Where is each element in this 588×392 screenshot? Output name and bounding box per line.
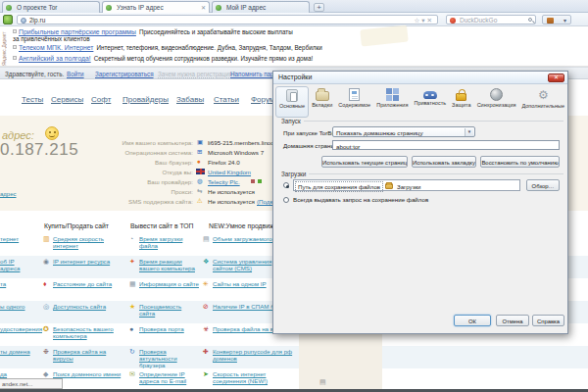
service-link[interactable]: Конвертер punycode для рф доменов	[213, 348, 293, 362]
service-link[interactable]: Информация о сайте	[139, 280, 199, 287]
table-row: ты домена ❉Проверка сайта на вирусы ↻Про…	[0, 346, 588, 368]
category-privacy[interactable]: Приватность	[411, 86, 449, 118]
save-path-radio-label[interactable]: Путь для сохранения файлов	[295, 181, 383, 192]
category-security[interactable]: Защита	[449, 86, 474, 118]
service-link[interactable]: Определение IP адреса по E-mail	[139, 370, 199, 384]
category-applications[interactable]: Приложения	[373, 86, 411, 118]
search-input[interactable]: DuckDuckGo	[446, 15, 536, 24]
service-link[interactable]: Скорость интернет соединения (NEW!)	[213, 370, 293, 384]
service-link-fragment[interactable]: удостоверения	[0, 325, 35, 332]
tab-bar: О проекте Tor Узнать IP адрес ✕ Мой IP а…	[0, 0, 588, 13]
warning-icon: ⚠	[197, 197, 203, 205]
uk-flag-icon	[196, 169, 205, 174]
nav-item-stati[interactable]: Статьи	[214, 95, 239, 104]
tab-uznat-ip-adres[interactable]: Узнать IP адрес ✕	[102, 1, 210, 13]
country-link[interactable]: United Kingdom	[208, 169, 251, 175]
use-current-pages-button[interactable]: Использовать текущие страницы	[321, 156, 408, 168]
dialog-titlebar[interactable]: Настройки ✕	[273, 72, 567, 84]
service-link[interactable]: Посещаемость сайта	[139, 303, 199, 317]
service-link-fragment[interactable]: та	[0, 280, 35, 287]
service-link-fragment[interactable]: тернет	[0, 235, 35, 242]
service-link-fragment[interactable]: ты домена	[0, 348, 35, 355]
service-link[interactable]: Средняя скорость интернет	[53, 235, 125, 249]
ad-title-link[interactable]: Телеком МПК. Интернет	[19, 44, 93, 51]
startup-mode-select[interactable]: Показать домашнюю страницу	[332, 126, 475, 137]
service-link-fragment[interactable]: да	[0, 370, 35, 377]
stop-icon[interactable]: ✕	[427, 17, 434, 24]
restore-default-button[interactable]: Восстановить по умолчанию	[480, 156, 560, 168]
url-bar[interactable]: 2ip.ru ☆▾✕	[17, 15, 438, 24]
signal-bars-icon[interactable]	[258, 179, 262, 183]
service-link[interactable]: Расстояние до сайта	[53, 280, 125, 287]
domain-search-icon: ◆	[43, 370, 48, 377]
ad-checkbox-icon[interactable]	[13, 29, 17, 33]
service-link[interactable]: Поиск доменного имени	[53, 370, 125, 377]
service-link[interactable]: Проверка сайта на вирусы	[53, 348, 125, 362]
table-mini-icon: ▤	[319, 378, 326, 386]
tab-about-tor[interactable]: О проекте Tor	[2, 1, 100, 13]
list-icon	[547, 18, 554, 24]
always-ask-label[interactable]: Всегда выдавать запрос на сохранение фай…	[293, 196, 428, 203]
ad-title-link[interactable]: Английский за полгода!	[19, 55, 91, 62]
nav-item-provaydery[interactable]: Провайдеры	[122, 95, 169, 104]
ad-watermark	[360, 25, 409, 47]
login-link[interactable]: Войти	[67, 71, 84, 77]
ad-checkbox-icon[interactable]	[13, 45, 17, 49]
service-link[interactable]: Проверка порта	[139, 325, 199, 332]
nav-item-zabavy[interactable]: Забавы	[176, 95, 204, 104]
browser-window: О проекте Tor Узнать IP адрес ✕ Мой IP а…	[0, 0, 588, 392]
url-text: 2ip.ru	[29, 17, 45, 24]
nav-item-forum[interactable]: Форум	[251, 95, 274, 104]
promo-buy-sell-link[interactable]: Купить/Продать сайт	[44, 222, 109, 229]
promo-top-link[interactable]: Вывести сайт в ТОП	[130, 222, 193, 229]
settings-dialog: Настройки ✕ Основные Вкладки Содержимое …	[272, 71, 568, 334]
bookmarks-panel-button[interactable]: ▾	[542, 15, 571, 24]
category-tabs[interactable]: Вкладки	[309, 86, 335, 118]
category-general[interactable]: Основные	[275, 86, 309, 118]
category-sync[interactable]: Синхронизация	[474, 86, 519, 118]
applications-icon	[386, 88, 399, 101]
sync-sphere-icon	[490, 88, 503, 101]
greeting-text: Здравствуйте, гость.	[5, 71, 64, 77]
provider-link[interactable]: Telecity Plc.	[208, 178, 240, 185]
email-ip-icon: ✉	[129, 370, 135, 377]
printer-icon[interactable]	[251, 179, 255, 183]
ok-button[interactable]: ОК	[454, 315, 491, 326]
category-content[interactable]: Содержимое	[335, 86, 373, 118]
ad-source-label: Яндекс.Директ	[1, 28, 7, 66]
service-link[interactable]: IP интернет ресурса	[53, 258, 125, 265]
service-link[interactable]: Безопасность вашего компьютера	[53, 325, 125, 339]
browse-button[interactable]: Обзор…	[526, 179, 560, 191]
register-link[interactable]: Зарегистрироваться	[95, 71, 154, 77]
service-link-fragment[interactable]: об IP адреса	[0, 258, 35, 271]
cancel-button[interactable]: Отмена	[496, 315, 529, 326]
close-icon[interactable]: ✕	[548, 74, 564, 82]
save-path-value: Загрузки	[397, 183, 421, 190]
homepage-input[interactable]: about:tor	[332, 140, 560, 150]
save-path-radio[interactable]	[283, 182, 289, 188]
service-link[interactable]: Время реакции вашего компьютера	[139, 258, 199, 271]
nav-item-testy[interactable]: Тесты	[22, 95, 43, 104]
service-link-fragment[interactable]: ы одного	[0, 303, 35, 310]
register-hint-link[interactable]: Зачем нужна регистрация?	[158, 71, 236, 77]
category-advanced[interactable]: Дополнительные	[518, 86, 567, 118]
service-link[interactable]: Проверка актуальности браузера	[139, 348, 199, 368]
ad-checkbox-icon[interactable]	[13, 56, 17, 60]
ad-desc-line2: за привлечённых клиентов	[13, 35, 90, 42]
help-button[interactable]: Справка	[532, 315, 564, 326]
always-ask-radio[interactable]	[283, 197, 289, 203]
torbutton-icon[interactable]	[3, 15, 13, 24]
service-link[interactable]: Доступность сайта	[53, 303, 125, 310]
ad-title-link[interactable]: Прибыльные партнёрские программы	[19, 28, 136, 35]
search-magnifier-icon[interactable]	[528, 18, 532, 22]
tab-moy-ip-adres[interactable]: Мой IP адрес	[212, 1, 310, 13]
nav-item-soft[interactable]: Софт	[91, 95, 111, 104]
ad-desc: Присоединяйтесь и зарабатывайте высокие …	[139, 28, 293, 35]
tab-close-icon[interactable]: ✕	[201, 4, 206, 11]
nav-item-servisy[interactable]: Сервисы	[51, 95, 83, 104]
use-bookmark-button[interactable]: Использовать закладку…	[412, 156, 476, 168]
new-tab-button[interactable]: +	[314, 3, 324, 12]
tab-title: Узнать IP адрес	[117, 4, 164, 11]
group-startup: Запуск	[281, 118, 564, 124]
service-link[interactable]: Время загрузки файла	[139, 235, 199, 249]
